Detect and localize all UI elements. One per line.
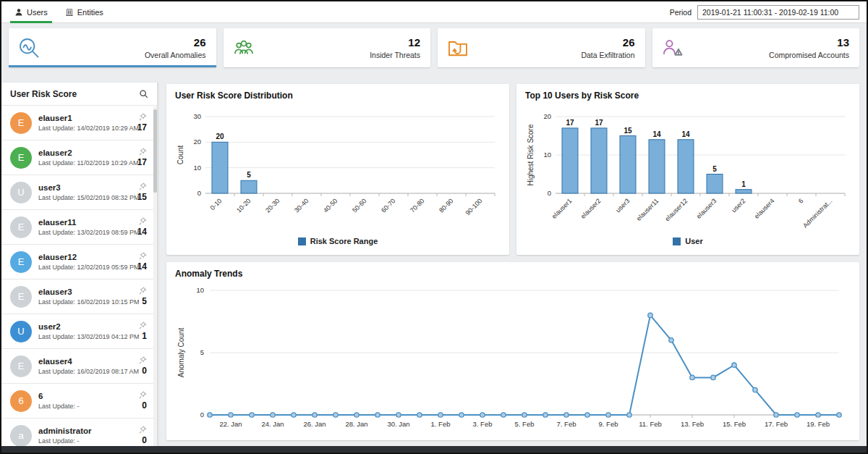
user-list-item[interactable]: E elauser12 Last Update: 12/02/2019 05:5… xyxy=(1,245,157,279)
avatar: E xyxy=(10,251,32,273)
avatar-initial: E xyxy=(18,152,25,163)
user-list-item[interactable]: E elauser4 Last Update: 16/02/2019 08:17… xyxy=(1,349,157,384)
user-name: elauser12 xyxy=(38,253,137,261)
pin-icon[interactable] xyxy=(139,426,147,434)
user-last-update: Last Update: 13/02/2019 04:12 PM xyxy=(38,333,139,340)
avatar-initial: U xyxy=(17,326,24,337)
svg-text:0-10: 0-10 xyxy=(209,197,224,211)
overall-anomalies-label: Overall Anomalies xyxy=(145,51,206,59)
svg-text:17: 17 xyxy=(566,119,574,127)
pin-icon[interactable] xyxy=(139,287,147,295)
user-last-update: Last Update: 12/02/2019 05:59 PM xyxy=(38,264,137,271)
card-insider-threats[interactable]: 12 Insider Threats xyxy=(224,28,431,67)
bottom-bar xyxy=(1,446,867,453)
user-risk-score: 17 xyxy=(137,122,147,133)
user-risk-score: 5 xyxy=(142,296,147,306)
top-users-chart[interactable]: 0102017elauser117elauser215user314elause… xyxy=(525,102,851,234)
pin-icon[interactable] xyxy=(139,356,147,364)
user-last-update: Last Update: 13/02/2019 08:59 PM xyxy=(38,229,137,236)
user-risk-sidebar: User Risk Score E elauser1 Last Update: … xyxy=(1,83,158,446)
pin-icon[interactable] xyxy=(139,113,147,121)
svg-text:1. Feb: 1. Feb xyxy=(431,420,451,428)
pin-icon[interactable] xyxy=(139,391,147,399)
user-list-item[interactable]: E elauser1 Last Update: 14/02/2019 10:29… xyxy=(1,106,157,140)
risk-distribution-chart[interactable]: 0102030200-10510-2020-3030-4040-5050-606… xyxy=(175,102,501,234)
card-data-exfiltration[interactable]: 26 Data Exfiltration xyxy=(438,28,645,67)
user-risk-score: 1 xyxy=(142,331,147,341)
tab-entities[interactable]: Entities xyxy=(56,1,112,23)
sidebar-scrollbar[interactable] xyxy=(153,106,157,446)
panel-risk-distribution: User Risk Score Distribution 0102030200-… xyxy=(166,84,509,255)
svg-text:13. Feb: 13. Feb xyxy=(681,420,704,428)
pin-icon[interactable] xyxy=(139,182,147,190)
insider-threats-value: 12 xyxy=(370,36,420,49)
svg-text:elauser11: elauser11 xyxy=(635,197,660,222)
avatar: E xyxy=(10,356,32,377)
user-name: administrator xyxy=(38,426,139,435)
card-overall-anomalies[interactable]: 26 Overall Anomalies xyxy=(9,28,216,67)
period-range-input[interactable]: 2019-01-21 11:00:31 - 2019-02-19 11:00 xyxy=(697,5,859,20)
svg-text:50-60: 50-60 xyxy=(351,197,367,214)
anomaly-search-icon xyxy=(17,36,41,59)
svg-text:5. Feb: 5. Feb xyxy=(515,420,535,428)
avatar: E xyxy=(10,286,32,308)
user-name: 6 xyxy=(38,392,139,400)
pin-icon[interactable] xyxy=(139,217,147,225)
top-users-legend[interactable]: User xyxy=(525,234,851,248)
svg-text:20: 20 xyxy=(216,133,224,140)
user-list-item[interactable]: E elauser3 Last Update: 16/02/2019 10:15… xyxy=(1,279,157,314)
user-list-item[interactable]: E elauser11 Last Update: 13/02/2019 08:5… xyxy=(1,210,157,245)
svg-text:20: 20 xyxy=(193,138,201,146)
user-list-item[interactable]: E elauser2 Last Update: 11/02/2019 10:29… xyxy=(1,140,157,175)
search-icon[interactable] xyxy=(139,89,148,98)
svg-text:24. Jan: 24. Jan xyxy=(261,420,284,428)
anomaly-trends-chart[interactable]: 051022. Jan24. Jan26. Jan28. Jan30. Jan1… xyxy=(175,280,851,434)
top-bar: Users Entities Period 2019-01-21 11:00:3… xyxy=(1,1,867,23)
user-last-update: Last Update: 16/02/2019 08:17 AM xyxy=(38,368,139,375)
svg-text:0: 0 xyxy=(548,189,551,197)
svg-text:11. Feb: 11. Feb xyxy=(639,420,662,428)
tab-users[interactable]: Users xyxy=(6,1,56,23)
svg-text:Anomaly Count: Anomaly Count xyxy=(177,328,185,378)
period-label: Period xyxy=(670,8,692,17)
pin-icon[interactable] xyxy=(139,252,147,260)
svg-text:6: 6 xyxy=(797,197,805,205)
user-list-item[interactable]: 6 6 Last Update: - 0 xyxy=(1,384,157,419)
svg-text:20: 20 xyxy=(543,112,551,120)
legend-label: Risk Score Range xyxy=(310,237,378,245)
risk-distribution-legend[interactable]: Risk Score Range xyxy=(175,234,501,248)
svg-text:5: 5 xyxy=(247,171,251,179)
svg-text:17: 17 xyxy=(595,119,603,127)
svg-text:22. Jan: 22. Jan xyxy=(219,420,242,428)
avatar-initial: E xyxy=(18,361,25,371)
svg-text:17. Feb: 17. Feb xyxy=(765,420,788,428)
user-list-item[interactable]: a administrator Last Update: - 0 xyxy=(1,419,157,446)
scrollbar-thumb[interactable] xyxy=(153,109,157,193)
tab-entities-label: Entities xyxy=(77,8,103,17)
svg-text:20-30: 20-30 xyxy=(264,197,281,214)
user-list-item[interactable]: U user3 Last Update: 15/02/2019 08:32 PM… xyxy=(1,175,157,210)
dashboard-main: User Risk Score Distribution 0102030200-… xyxy=(158,83,867,446)
user-last-update: Last Update: 14/02/2019 10:29 AM xyxy=(38,125,137,132)
avatar: E xyxy=(10,147,32,169)
user-name: elauser3 xyxy=(38,287,139,296)
svg-text:19. Feb: 19. Feb xyxy=(807,420,830,428)
avatar: a xyxy=(10,425,32,447)
avatar-initial: U xyxy=(17,187,24,198)
svg-text:14: 14 xyxy=(652,130,661,138)
content-area: User Risk Score E elauser1 Last Update: … xyxy=(1,79,867,446)
insider-threats-label: Insider Threats xyxy=(370,51,420,59)
panel-anomaly-trends: Anomaly Trends 051022. Jan24. Jan26. Jan… xyxy=(166,262,859,440)
pin-icon[interactable] xyxy=(139,148,147,156)
data-exfiltration-label: Data Exfiltration xyxy=(581,51,634,59)
svg-text:0: 0 xyxy=(200,411,204,419)
panel-top-users: Top 10 Users by Risk Score 0102017elause… xyxy=(516,84,859,255)
avatar: 6 xyxy=(10,390,32,412)
user-list-item[interactable]: U user2 Last Update: 13/02/2019 04:12 PM… xyxy=(1,314,157,349)
pin-icon[interactable] xyxy=(139,321,147,329)
card-compromised-accounts[interactable]: 13 Compromised Accounts xyxy=(652,28,860,67)
avatar: U xyxy=(10,182,32,203)
svg-text:30. Jan: 30. Jan xyxy=(387,420,409,428)
svg-text:10-20: 10-20 xyxy=(235,197,252,214)
compromised-accounts-label: Compromised Accounts xyxy=(769,51,849,59)
